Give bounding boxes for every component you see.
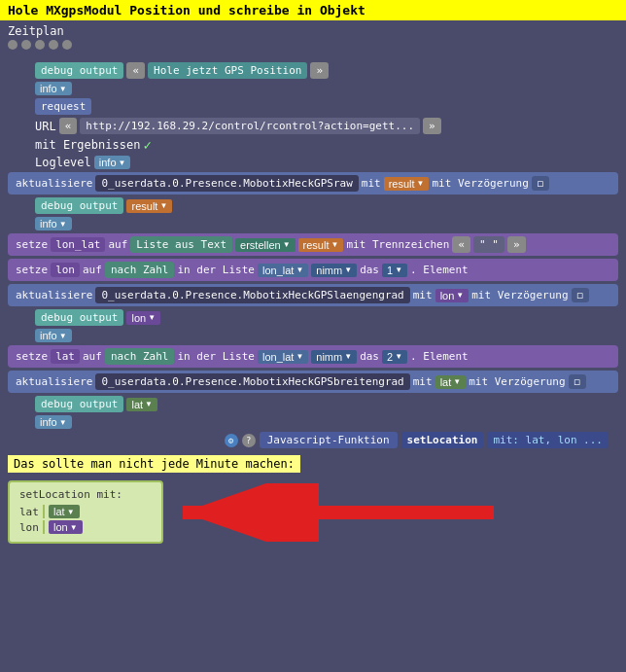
info-button-2[interactable]: info [35, 217, 72, 230]
url-open-quote: « [59, 118, 78, 134]
trennzeichen-quote-open: « [452, 236, 470, 253]
debug-lon-block: debug output [35, 309, 123, 326]
setlocation-title: setLocation mit: [19, 488, 152, 501]
close-quote: » [310, 62, 329, 79]
obj3-block: 0_userdata.0.Presence.MobotixHeckGPSbrei… [95, 373, 409, 390]
main-content: debug output « Hole jetzt GPS Position »… [0, 55, 626, 551]
lat-param-label: lat [19, 506, 39, 518]
js-circle-icon: ⚙ [225, 434, 238, 447]
js-help-icon: ? [242, 434, 256, 447]
loglevel-label: Loglevel [35, 156, 91, 169]
info-row-4: info [8, 415, 618, 429]
zeitplan-section: Zeitplan [0, 20, 626, 55]
js-func-label: Javascript-Funktion [260, 432, 398, 448]
nimm2-btn[interactable]: nimm [311, 350, 357, 364]
nach-zahl-block: nach Zahl [105, 262, 175, 278]
debug-result-row: debug output result [8, 197, 618, 214]
mit-ergebnissen-row: mit Ergebnissen ✓ [8, 137, 618, 153]
js-func-name: setLocation [401, 432, 484, 448]
debug-output-block: debug output [35, 62, 123, 79]
mit-2-label: mit [413, 289, 433, 301]
trennzeichen-quote-close: » [507, 236, 526, 253]
setze-lat-block: setze lat auf nach Zahl in der Liste lon… [8, 345, 618, 368]
lon-divider [43, 520, 45, 534]
setze-lon-lat-label: setze [16, 238, 48, 251]
auf-3-label: auf [83, 350, 102, 363]
debug-output-value: Hole jetzt GPS Position [148, 62, 307, 79]
delay-block-3: ◻ [569, 374, 587, 389]
setlocation-lon-row: lon lon [19, 520, 152, 534]
url-label: URL [35, 120, 56, 133]
setze-lon-label: setze [16, 264, 48, 276]
lat-dropdown[interactable]: lat [435, 375, 467, 389]
loglevel-dropdown[interactable]: info [94, 156, 131, 169]
setze-lon-block: setze lon auf nach Zahl in der Liste lon… [8, 259, 618, 281]
das-label: das [360, 264, 379, 276]
setze-lon-lat-block: setze lon_lat auf Liste aus Text erstell… [8, 233, 618, 256]
request-block: request [35, 98, 91, 115]
delay-block-1: ◻ [532, 176, 550, 191]
info-button-3[interactable]: info [35, 329, 72, 342]
dot-5 [62, 40, 72, 50]
debug-result-block: debug output [35, 197, 123, 214]
delay-block-2: ◻ [572, 288, 590, 302]
request-row: request [8, 98, 618, 115]
info-button-4[interactable]: info [35, 415, 72, 429]
auf-2-label: auf [83, 264, 102, 276]
dots-row [8, 38, 618, 52]
debug-output-row: debug output « Hole jetzt GPS Position » [8, 62, 618, 79]
das2-label: das [360, 350, 379, 363]
lon-lat3-btn[interactable]: lon_lat [258, 350, 308, 364]
lon-value-btn[interactable]: lon [49, 520, 83, 534]
liste-aus-text-block: Liste aus Text [130, 236, 232, 253]
info-row-2: info [8, 217, 618, 230]
js-params: mit: lat, lon ... [487, 432, 609, 448]
element2-btn[interactable]: 2 [382, 350, 407, 364]
lat-value-btn[interactable]: lat [49, 505, 80, 518]
aktualisiere-block-2: aktualisiere 0_userdata.0.Presence.Mobot… [8, 284, 618, 306]
red-arrow-container [173, 483, 618, 542]
mit-ergebnissen-label: mit Ergebnissen [35, 138, 140, 152]
checkmark: ✓ [143, 137, 151, 153]
dot-3 [35, 40, 45, 50]
info-button-1[interactable]: info [35, 82, 72, 95]
element-label-2: . Element [410, 350, 469, 363]
lon-param-label: lon [19, 521, 39, 534]
result-dropdown-1[interactable]: result [384, 177, 430, 191]
info-row-1: info [8, 82, 618, 95]
nach-zahl2-block: nach Zahl [105, 348, 175, 365]
nimm-btn[interactable]: nimm [311, 264, 357, 277]
element1-btn[interactable]: 1 [382, 264, 407, 277]
mit-verzoegerung-3: mit Verzögerung [469, 375, 565, 388]
debug-lat-block: debug output [35, 396, 123, 412]
result-btn-1[interactable]: result [126, 199, 172, 213]
lon-dropdown[interactable]: lon [435, 289, 470, 302]
aktualisiere-block-3: aktualisiere 0_userdata.0.Presence.Mobot… [8, 371, 618, 393]
debug-lat-row: debug output lat [8, 396, 618, 412]
erstellen-btn[interactable]: erstellen [235, 238, 296, 252]
url-value: http://192.168.29.2/control/rcontrol?act… [80, 118, 420, 134]
lat-divider [43, 505, 45, 518]
info-row-3: info [8, 329, 618, 342]
result-dropdown-2[interactable]: result [298, 238, 344, 252]
loglevel-row: Loglevel info [8, 156, 618, 169]
aktualisiere-block-1: aktualisiere 0_userdata.0.Presence.Mobot… [8, 172, 618, 195]
debug-lon-row: debug output lon [8, 309, 618, 326]
setze-lat-label: setze [16, 350, 48, 363]
quotes-block: " " [473, 236, 504, 253]
lon-lat2-btn[interactable]: lon_lat [258, 264, 308, 277]
mit-verzoegerung-1: mit Verzögerung [432, 177, 528, 190]
setlocation-lat-row: lat lat [19, 505, 152, 518]
aktualisiere-3-label: aktualisiere [16, 375, 92, 388]
lon-btn2[interactable]: lon [126, 311, 160, 325]
mit-3-label: mit [413, 375, 433, 388]
lat-btn2[interactable]: lat [126, 398, 157, 411]
dot-1 [8, 40, 17, 50]
url-row: URL « http://192.168.29.2/control/rcontr… [8, 118, 618, 134]
lat-var: lat [51, 349, 80, 364]
aktualisiere-2-label: aktualisiere [16, 289, 92, 301]
aktualisiere-1-label: aktualisiere [16, 177, 92, 190]
in-der-liste-label: in der Liste [177, 264, 254, 276]
open-quote: « [126, 62, 145, 79]
auf-1-label: auf [108, 238, 127, 251]
